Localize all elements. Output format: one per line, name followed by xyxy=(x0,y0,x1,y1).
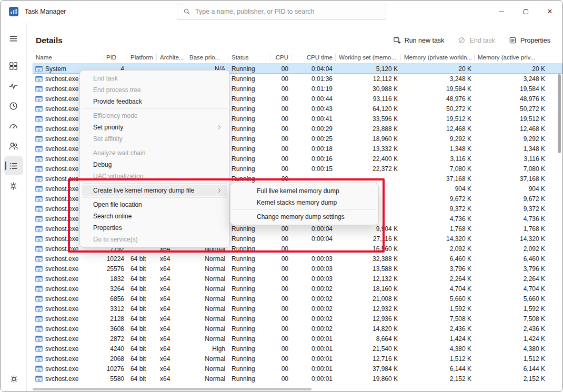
menu-item-properties[interactable]: Properties xyxy=(82,222,227,234)
sidebar-item-settings[interactable] xyxy=(4,369,23,388)
menu-separator xyxy=(83,183,227,184)
performance-icon xyxy=(8,81,18,91)
horizontal-scrollbar[interactable] xyxy=(33,388,548,391)
menu-item-efficiency-mode[interactable]: Efficiency mode xyxy=(82,110,227,122)
end-task-button[interactable]: End task xyxy=(452,33,501,48)
sidebar-item-performance[interactable] xyxy=(4,76,23,95)
table-row[interactable]: svchost.exe685664 bitx64NormalRunning000… xyxy=(33,294,562,304)
cell-cpu_time: 0:00:16 xyxy=(291,155,336,163)
submenu-item-full-live-kernel-memory-dump[interactable]: Full live kernel memory dump xyxy=(233,185,376,197)
sidebar-item-details[interactable] xyxy=(4,156,23,175)
table-row[interactable]: svchost.exe206864 bitx64NormalRunning000… xyxy=(33,354,562,364)
process-app-icon xyxy=(35,235,43,243)
cell-name: svchost.exe xyxy=(33,325,103,333)
table-row[interactable]: svchost.exe331264 bitx64NormalRunning000… xyxy=(33,304,562,314)
run-new-task-button[interactable]: Run new task xyxy=(387,33,450,48)
cell-mem_active: 7,080 K xyxy=(475,165,548,173)
menu-item-set-priority[interactable]: Set priority xyxy=(82,122,227,133)
vertical-scrollbar[interactable] xyxy=(557,52,561,386)
cell-platform: 64 bit xyxy=(127,315,157,323)
cell-priority: Normal xyxy=(186,285,228,293)
menu-item-create-live-kernel-memory-dump-file[interactable]: Create live kernel memory dump file xyxy=(82,185,227,196)
menu-item-end-task[interactable]: End task xyxy=(82,73,227,84)
menu-item-uac-virtualization[interactable]: UAC virtualization xyxy=(82,170,227,182)
column-header-arch[interactable]: Archite... xyxy=(157,52,186,63)
sidebar-item-processes[interactable] xyxy=(4,56,23,75)
column-header-status[interactable]: Status xyxy=(228,52,270,63)
table-row[interactable]: svchost.exe287264 bitx64NormalRunning000… xyxy=(33,334,562,344)
table-row[interactable]: svchost.exe2557664 bitx64NormalRunning00… xyxy=(33,264,562,274)
table-row[interactable]: svchost.exe183264 bitx64NormalRunning000… xyxy=(33,274,562,284)
table-row[interactable]: svchost.exe212864 bitx64NormalRunning000… xyxy=(33,314,562,324)
process-name: svchost.exe xyxy=(45,255,78,263)
maximize-button[interactable] xyxy=(514,1,538,22)
column-header-mem_private[interactable]: Memory (private workin... xyxy=(401,52,475,63)
sidebar-item-startup-apps[interactable] xyxy=(4,116,23,135)
cell-priority: Normal xyxy=(186,375,228,383)
column-header-priority[interactable]: Base prio... xyxy=(186,52,228,63)
menu-item-analyze-wait-chain[interactable]: Analyze wait chain xyxy=(82,147,227,159)
column-header-name[interactable]: Name xyxy=(33,52,103,63)
cell-mem_private: 3,248 K xyxy=(401,75,475,83)
menu-item-end-process-tree[interactable]: End process tree xyxy=(82,84,227,96)
menu-item-open-file-location[interactable]: Open file location xyxy=(82,199,227,210)
column-header-cpu[interactable]: CPU xyxy=(270,52,291,63)
cell-mem_private: 4,704 K xyxy=(401,285,475,293)
column-header-pid[interactable]: PID xyxy=(103,52,127,63)
cell-status: Running xyxy=(228,285,270,293)
cell-working_set: 13,332 K xyxy=(336,145,401,153)
cell-cpu: 00 xyxy=(270,325,291,333)
sidebar-item-users[interactable] xyxy=(4,136,23,155)
menu-item-set-affinity[interactable]: Set affinity xyxy=(82,133,227,145)
process-name: svchost.exe xyxy=(45,305,78,313)
menu-item-debug[interactable]: Debug xyxy=(82,159,227,170)
cell-working_set: 37,984 K xyxy=(336,365,401,373)
process-name: svchost.exe xyxy=(45,145,78,153)
submenu-item-kernel-stacks-memory-dump[interactable]: Kernel stacks memory dump xyxy=(233,197,376,208)
cell-mem_private: 9,672 K xyxy=(401,195,475,203)
table-row[interactable]: svchost.exe326464 bitx64NormalRunning000… xyxy=(33,284,562,294)
sidebar-item-app-history[interactable] xyxy=(4,96,23,115)
table-row[interactable]: svchost.exe1022464 bitx64NormalRunning00… xyxy=(33,254,562,264)
cell-platform: 64 bit xyxy=(127,285,157,293)
cell-arch: x64 xyxy=(157,335,186,343)
menu-item-provide-feedback[interactable]: Provide feedback xyxy=(82,96,227,107)
column-header-working_set[interactable]: Working set (memo... xyxy=(336,52,401,63)
close-button[interactable]: × xyxy=(538,1,562,22)
menu-item-go-to-service-s[interactable]: Go to service(s) xyxy=(82,234,227,245)
cell-pid: 3264 xyxy=(103,285,127,293)
cell-mem_active: 50,272 K xyxy=(475,105,548,113)
cell-mem_active: 904 K xyxy=(475,185,548,193)
cell-pid: 25576 xyxy=(103,265,127,273)
cell-mem_private: 6,460 K xyxy=(401,255,475,263)
sidebar-item-services[interactable] xyxy=(4,176,23,195)
navigation-toggle-button[interactable] xyxy=(4,29,23,48)
horizontal-scrollbar-thumb[interactable] xyxy=(33,388,311,390)
cell-mem_private: 1,768 K xyxy=(401,225,475,233)
table-row[interactable]: svchost.exe424064 bitx64HighRunning000:0… xyxy=(33,344,562,354)
process-app-icon xyxy=(35,225,43,233)
cell-mem_active: 19,512 K xyxy=(475,115,548,123)
cell-name: svchost.exe xyxy=(33,375,103,383)
cell-name: svchost.exe xyxy=(33,335,103,343)
table-row[interactable]: svchost.exe360864 bitx64NormalRunning000… xyxy=(33,324,562,334)
cell-priority: Normal xyxy=(186,275,228,283)
task-manager-logo xyxy=(9,7,18,16)
cell-mem_private: 7,508 K xyxy=(401,315,475,323)
cell-cpu: 00 xyxy=(270,75,291,83)
minimize-button[interactable] xyxy=(489,1,514,22)
table-header: NamePIDPlatformArchite...Base prio...Sta… xyxy=(33,52,562,64)
process-app-icon xyxy=(35,295,43,303)
menu-item-label: Create live kernel memory dump file xyxy=(93,187,194,194)
table-row[interactable]: svchost.exe1027664 bitx64NormalRunning00… xyxy=(33,364,562,374)
search-input[interactable]: Type a name, publisher, or PID to search xyxy=(177,4,386,19)
submenu-item-change-memory-dump-settings[interactable]: Change memory dump settings xyxy=(233,211,376,223)
table-row[interactable]: svchost.exe558064 bitx64NormalRunning000… xyxy=(33,374,562,384)
column-header-mem_active[interactable]: Memory (active priv... xyxy=(475,52,548,63)
properties-button[interactable]: Properties xyxy=(503,33,556,48)
column-header-platform[interactable]: Platform xyxy=(127,52,157,63)
column-header-cpu_time[interactable]: CPU time xyxy=(291,52,336,63)
menu-item-search-online[interactable]: Search online xyxy=(82,210,227,222)
cell-priority: High xyxy=(186,345,228,353)
vertical-scrollbar-thumb[interactable] xyxy=(558,74,561,153)
